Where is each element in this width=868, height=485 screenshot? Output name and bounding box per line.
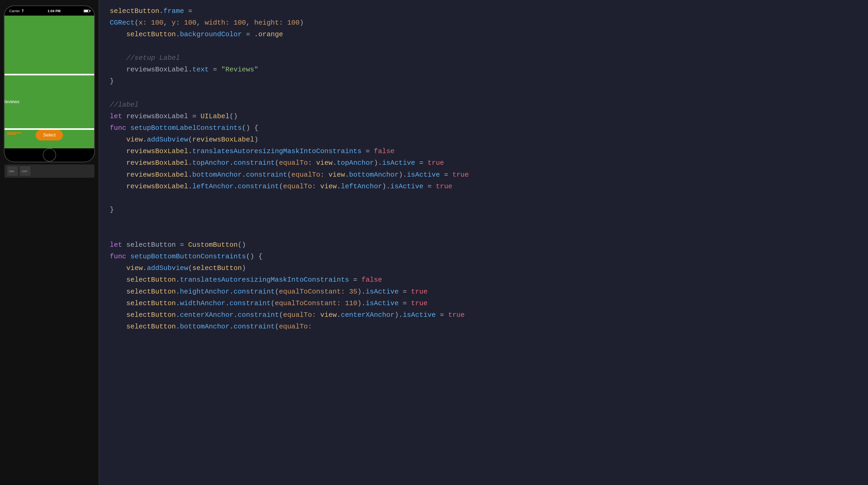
home-indicator xyxy=(4,148,94,161)
phone-screen: Reviews Select xyxy=(4,16,94,148)
carrier-info: Carrier xyxy=(9,9,25,13)
status-bar: Carrier 1:04 PM xyxy=(4,6,94,16)
carrier-text: Carrier xyxy=(9,9,20,13)
code-editor-area[interactable]: selectButton.frame = CGRect(x: 100, y: 1… xyxy=(99,0,868,485)
taskbar-item-2[interactable]: com xyxy=(20,166,30,176)
battery-indicator xyxy=(84,9,89,12)
orange-line-1 xyxy=(7,132,22,133)
svg-point-0 xyxy=(23,12,23,12)
phone-frame: Carrier 1:04 PM Reviews xyxy=(4,5,95,162)
orange-line-2 xyxy=(7,134,17,134)
wifi-icon xyxy=(21,9,25,12)
reviews-label: Reviews xyxy=(4,99,19,104)
bottom-green-area: Select xyxy=(4,130,94,148)
orange-decoration xyxy=(7,132,22,134)
code-pre: selectButton.frame = CGRect(x: 100, y: 1… xyxy=(99,0,868,485)
code-editor-panel: selectButton.frame = CGRect(x: 100, y: 1… xyxy=(99,0,868,485)
mid-green-area: Reviews xyxy=(4,75,94,128)
taskbar-item-1[interactable]: nee xyxy=(7,166,18,176)
simulator-panel: Carrier 1:04 PM Reviews xyxy=(0,0,99,485)
orange-lines xyxy=(7,132,22,134)
bottom-taskbar: nee com xyxy=(4,164,94,178)
top-green-area xyxy=(4,16,94,74)
select-button[interactable]: Select xyxy=(36,130,63,141)
time-display: 1:04 PM xyxy=(48,9,61,13)
home-circle-button[interactable] xyxy=(43,148,56,161)
